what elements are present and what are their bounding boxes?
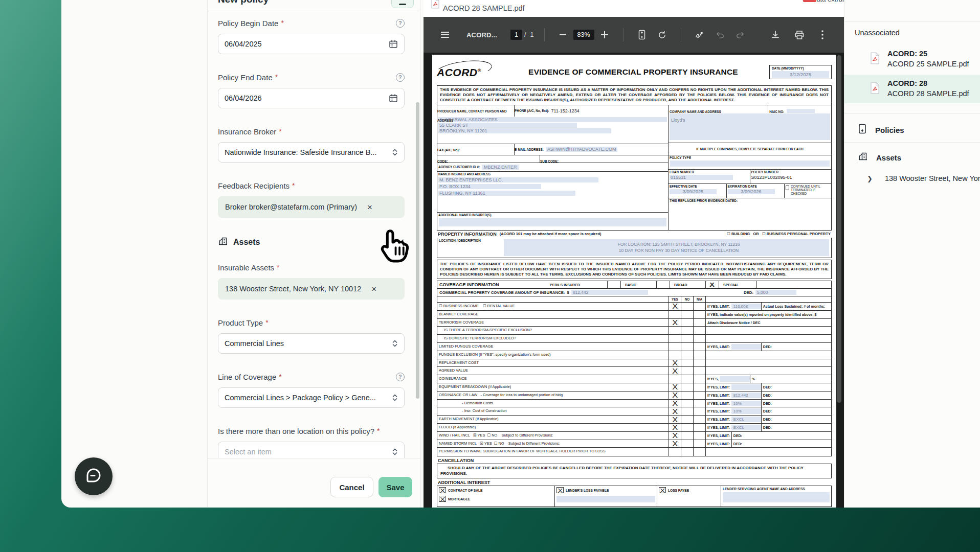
zoom-level[interactable]: 83%: [573, 30, 594, 40]
coverage-no-mark: [681, 407, 693, 415]
required-asterisk: *: [277, 263, 279, 271]
more-options-icon[interactable]: [816, 28, 829, 41]
assets-section-row[interactable]: Assets: [844, 146, 980, 169]
coverage-no-mark: [681, 351, 693, 359]
coverage-na-mark: [693, 319, 705, 327]
doc-item-acord-28[interactable]: ACORD: 28 ACORD 28 SAMPLE.pdf: [844, 75, 980, 103]
zoom-out-icon[interactable]: [556, 28, 570, 41]
feedback-recipient-chip[interactable]: Broker broker@statefarm.com (Primary) ×: [218, 196, 405, 218]
coverage-no-mark: [681, 303, 693, 310]
calendar-icon[interactable]: [389, 39, 398, 49]
required-asterisk: *: [279, 373, 281, 381]
fit-page-icon[interactable]: [635, 28, 649, 41]
phone-value: 711-152-1234: [551, 108, 579, 113]
form-scrollbar-thumb[interactable]: [416, 102, 419, 399]
coverage-row: - Demolition Costs X If YES, LIMIT: 10% …: [437, 400, 831, 408]
policy-begin-date-input[interactable]: 06/04/2025: [218, 34, 405, 54]
coverage-yes-mark: X: [669, 424, 681, 431]
documents-side-panel: Unassociated ACORD: 25 ACORD 25 SAMPLE.p…: [844, 0, 980, 508]
line-of-coverage-label: Line of Coverage: [218, 373, 276, 381]
remove-asset-icon[interactable]: ×: [371, 285, 376, 293]
pdf-toolbar-title: ACORD...: [466, 31, 497, 39]
coverage-row-label: IS THERE A TERRORISM-SPECIFIC EXCLUSION?: [437, 327, 669, 334]
line-of-coverage-select[interactable]: Commercial Lines > Package Policy > Gene…: [218, 387, 405, 408]
doc-item-acord-25[interactable]: ACORD: 25 ACORD 25 SAMPLE.pdf: [844, 45, 980, 74]
coverage-right-label: If YES, LIMIT:: [706, 345, 731, 349]
insurance-broker-select[interactable]: Nationwide Insurance: Safeside Insurance…: [218, 142, 405, 163]
undo-icon[interactable]: [714, 28, 727, 41]
calendar-icon[interactable]: [389, 94, 398, 103]
policy-end-date-input[interactable]: 06/04/2026: [218, 88, 405, 108]
coverage-right-label: If YES, indicate value(s) reported on pr…: [706, 313, 818, 316]
remove-recipient-icon[interactable]: ×: [367, 203, 372, 212]
minimize-icon: [399, 4, 406, 5]
print-icon[interactable]: [793, 28, 806, 41]
agency-customer-id: MBENZ ENTER: [482, 165, 519, 170]
coverage-na-mark: [693, 303, 705, 310]
coverage-yes-mark: X: [669, 407, 681, 415]
page-number-input[interactable]: 1: [510, 30, 522, 40]
coverage-amount-value: 812,442: [571, 290, 648, 295]
coverage-ded-label: DED:: [731, 432, 831, 440]
asset-item-row[interactable]: ❯ 138 Wooster Street, New Yor: [844, 170, 980, 187]
coverage-row: - Incr. Cost of Construction X If YES, L…: [437, 407, 831, 416]
coverage-na-mark: [693, 383, 705, 391]
multi-location-select[interactable]: Select an item: [218, 442, 405, 458]
panel-divider: [844, 113, 980, 114]
multi-location-label: Is there more than one location on this …: [218, 427, 374, 435]
coverage-no-mark: [681, 359, 693, 367]
coverage-row-label: REPLACEMENT COST: [437, 359, 669, 367]
deductible-value: 5,000: [755, 290, 796, 295]
chevron-right-icon[interactable]: ❯: [867, 175, 873, 182]
policies-section-row[interactable]: Policies: [844, 119, 980, 141]
annotate-pen-icon[interactable]: [693, 28, 706, 41]
redo-icon[interactable]: [734, 28, 747, 41]
coverage-right-label: If YES, LIMIT:: [706, 418, 731, 421]
coverage-yes-mark: [669, 375, 681, 383]
toolbar-divider: [544, 28, 545, 41]
coverage-amount-row: COMMERCIAL PROPERTY COVERAGE AMOUNT OF I…: [437, 288, 832, 296]
cancel-button[interactable]: Cancel: [330, 477, 373, 497]
coverage-no-mark: [681, 327, 693, 334]
coverage-ded-label: DED:: [761, 424, 831, 431]
required-asterisk: *: [265, 318, 268, 327]
coverage-row-label: BLANKET COVERAGE: [437, 311, 669, 318]
field-product-type: Product Type* Commercial Lines: [218, 318, 405, 354]
download-icon[interactable]: [769, 28, 782, 41]
save-button[interactable]: Save: [378, 477, 412, 497]
select-chevrons-icon: [392, 339, 398, 348]
coverage-ded-label: [818, 311, 831, 318]
producer-addr1: 55 CLARK ST: [438, 123, 577, 128]
help-icon[interactable]: [396, 73, 405, 82]
rotate-icon[interactable]: [656, 28, 669, 41]
product-type-select[interactable]: Commercial Lines: [218, 333, 405, 354]
drawer-header-button[interactable]: [391, 0, 414, 8]
loan-number: 015531: [670, 175, 733, 180]
assets-section-title: Assets: [233, 238, 260, 247]
coverage-table: ☐ BUSINESS INCOME ☐ RENTAL VALUE X If YE…: [437, 302, 832, 456]
coverage-ded-label: [709, 351, 831, 359]
coverage-row: FLOOD (If Applicable) X If YES, LIMIT: E…: [437, 424, 831, 432]
drawer-header: New policy: [208, 0, 420, 11]
chat-launcher-button[interactable]: [75, 457, 113, 495]
coverage-no-mark: [681, 424, 693, 431]
coverage-na-mark: [693, 367, 705, 375]
coverage-yes-mark: X: [669, 416, 681, 423]
insurable-asset-chip[interactable]: 138 Wooster Street, New York, NY 10012 ×: [218, 278, 405, 300]
page-total: 1: [530, 31, 534, 38]
coverage-row: AGREED VALUE X: [437, 367, 831, 375]
assets-section-header[interactable]: Assets: [218, 236, 405, 248]
feedback-recipients-label: Feedback Recipients: [218, 181, 289, 190]
coverage-ded-label: DED:: [761, 416, 831, 423]
menu-icon[interactable]: [438, 28, 452, 41]
zoom-in-icon[interactable]: [598, 28, 611, 41]
red-cut-element: [803, 0, 816, 2]
coverage-yes-mark: X: [669, 432, 681, 440]
help-icon[interactable]: [396, 19, 405, 28]
coverage-row-label: ORDINANCE OR LAW - Coverage for loss to …: [437, 392, 669, 399]
pdf-scrollbar-thumb[interactable]: [837, 55, 841, 403]
help-icon[interactable]: [396, 373, 405, 381]
coverage-na-mark: [693, 375, 705, 383]
company-value: Lloyd's: [671, 118, 685, 123]
insured-addr1: P.O. BOX 1234: [438, 184, 541, 189]
